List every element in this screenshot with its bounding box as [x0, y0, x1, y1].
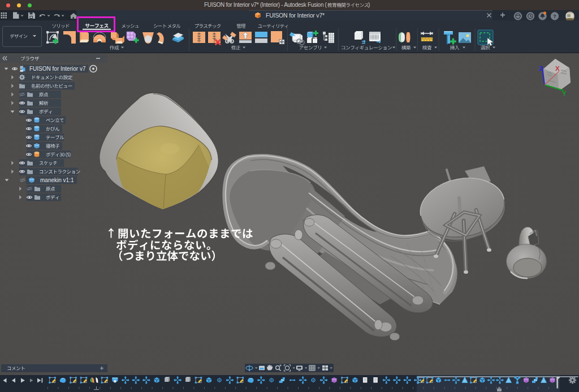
svg-text:Z: Z — [539, 65, 543, 72]
svg-text:Y: Y — [562, 90, 567, 97]
svg-text:X: X — [555, 65, 560, 72]
